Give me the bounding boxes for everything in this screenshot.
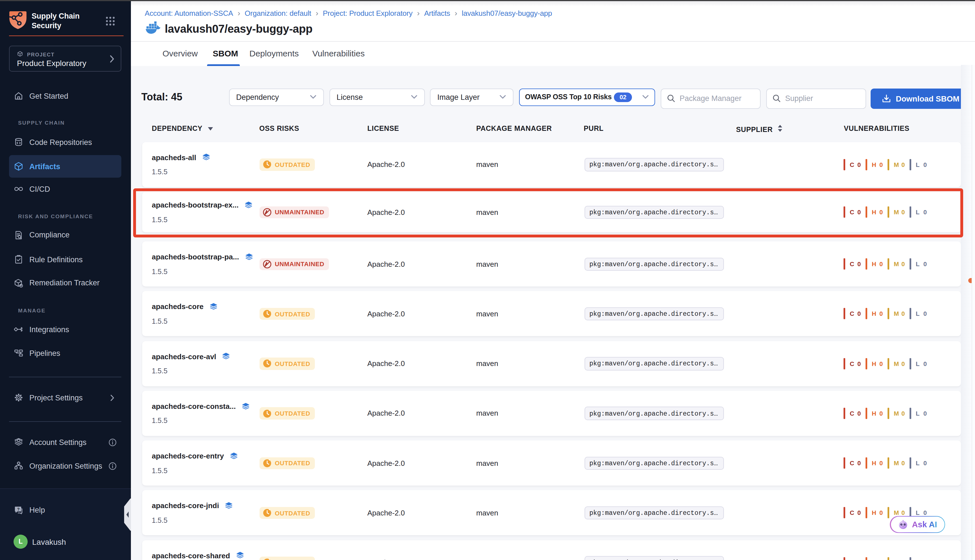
svg-text:?: ? <box>17 507 20 511</box>
